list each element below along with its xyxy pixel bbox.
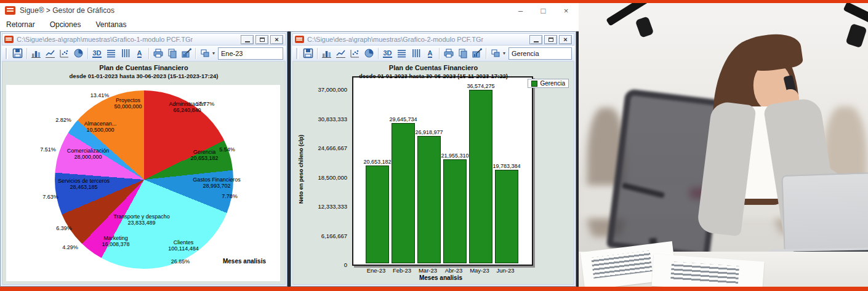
grid-vertical-button[interactable] [118,47,132,60]
window-style-button[interactable] [488,47,502,60]
child-maximize-button[interactable] [255,35,268,44]
font-button[interactable]: A [132,47,147,60]
bar-chart-button[interactable] [319,47,334,60]
toolbar-separator [378,48,379,59]
toolbar-separator [148,48,149,59]
menu-retornar[interactable]: Retornar [6,20,35,29]
grid-horizontal-button[interactable] [395,47,409,60]
series-combo-2[interactable]: Gerencia [508,47,572,60]
toolbar-grip[interactable] [6,48,7,59]
x-axis-tick: Ene-23 [367,267,386,274]
series-combo-2-value: Gerencia [512,50,539,57]
maximize-button[interactable]: □ [532,3,555,18]
close-button[interactable]: × [555,3,577,18]
print-button[interactable] [151,47,165,60]
x-axis-tick: May-23 [470,267,489,274]
chevron-down-icon[interactable]: ▾ [503,50,505,56]
top-accent-strip [0,0,868,3]
bar-value-label: 26,918,977 [415,129,443,135]
chevron-down-icon[interactable]: ▾ [212,50,215,56]
font-button[interactable]: A [423,47,437,60]
font-icon: A [428,49,433,58]
child-minimize-button[interactable] [241,35,254,44]
view-3d-button[interactable]: 3D [90,47,104,60]
window-style-button[interactable] [198,47,212,60]
pie-slice-label: Clientes100,114,484 [168,239,198,252]
toolbar-separator [439,48,440,59]
export-chart-button[interactable] [470,47,484,60]
child-minimize-button[interactable] [529,35,542,44]
copy-icon [167,48,178,58]
chart-window-1-title: C:\Sigue\des-a\graph\muestras\Grafico-1-… [17,36,193,43]
point-chart-button[interactable] [348,47,362,60]
chart-toolbar-1: 3DA▾ Ene-23 [2,46,286,62]
view-3d-icon: 3D [92,49,101,58]
save-button[interactable] [10,47,25,60]
print-button[interactable] [441,47,456,60]
pie-slice-percent: 4.29% [62,244,78,250]
x-axis-tick: Feb-23 [393,267,411,274]
child-close-button[interactable]: × [559,35,572,44]
series-combo-1[interactable]: Ene-23 [218,47,283,60]
grid-vertical-button[interactable] [409,47,423,60]
chart-window-1-titlebar[interactable]: C:\Sigue\des-a\graph\muestras\Grafico-1-… [2,33,286,46]
menu-opciones[interactable]: Opciones [50,20,81,29]
y-axis-tick: 18,500,000 [302,174,347,181]
chart-window-1: C:\Sigue\des-a\graph\muestras\Grafico-1-… [0,31,287,287]
export-chart-button[interactable] [179,47,193,60]
copy-button[interactable] [165,47,179,60]
toolbar-grip[interactable] [296,48,297,59]
bar: 19,783,384 [495,170,518,263]
child-maximize-button[interactable] [544,35,557,44]
pie-slice-percent: 2.82% [55,117,71,123]
window-style-icon [200,49,210,58]
bar-chart-area: Plan de Cuentas Financiero desde 01-01-2… [292,62,574,285]
line-chart-button[interactable] [43,47,57,60]
copy-button[interactable] [456,47,470,60]
office-photo [579,3,868,287]
chart-window-2-controls: × [529,35,572,44]
save-icon [12,48,23,58]
pie-slice-label: Comercialización28,000,000 [67,148,110,160]
bar-value-label: 19,783,384 [492,163,520,169]
line-chart-icon [45,48,55,58]
view-3d-button[interactable]: 3D [380,47,395,60]
chart-2-titles: Plan de Cuentas Financiero desde 01-01-2… [293,64,574,79]
pie-slice-label: Servicios de terceros28,463,185 [58,178,110,190]
save-button[interactable] [301,47,315,60]
chart-window-2-title: C:\Sigue\des-a\graph\muestras\Grafico-2-… [307,36,483,43]
bar: 21,955,310 [443,159,467,263]
legend-swatch [531,81,537,87]
mdi-workspace: C:\Sigue\des-a\graph\muestras\Grafico-1-… [0,31,579,287]
toolbar-separator [195,48,196,59]
point-chart-button[interactable] [57,47,71,60]
font-icon: A [137,49,142,58]
toolbar-separator [87,48,88,59]
chart-window-2-titlebar[interactable]: C:\Sigue\des-a\graph\muestras\Grafico-2-… [292,33,574,46]
grid-horizontal-button[interactable] [104,47,118,60]
menu-ventanas[interactable]: Ventanas [95,20,126,29]
bar-chart-icon [321,48,332,58]
y-axis-tick: 12,333,333 [302,203,347,210]
grid-vertical-icon [411,48,421,58]
print-icon [153,48,164,58]
bar-chart-button[interactable] [29,47,43,60]
pie-slice-label: Transporte y despacho23,833,489 [113,213,170,226]
view-3d-icon: 3D [383,49,392,58]
pie-chart-button[interactable] [71,47,86,60]
bar: 29,645,734 [392,123,415,263]
save-icon [303,48,313,58]
line-chart-icon [336,48,346,58]
chart-window-1-controls: × [241,35,283,44]
bar: 26,918,977 [417,136,441,263]
line-chart-button[interactable] [334,47,348,60]
chart-1-subtitle: desde 01-01-2023 hasta 30-06-2023 (15-11… [2,73,285,79]
bar-value-label: 20,653,182 [363,159,391,165]
export-chart-icon [472,48,483,58]
minimize-button[interactable]: – [509,3,532,18]
child-close-button[interactable]: × [270,35,283,44]
y-axis-tick: 0 [302,261,347,268]
window-controls: – □ × [509,3,577,18]
pie-chart-button[interactable] [362,47,376,60]
y-axis-tick: 37,000,000 [302,86,347,93]
